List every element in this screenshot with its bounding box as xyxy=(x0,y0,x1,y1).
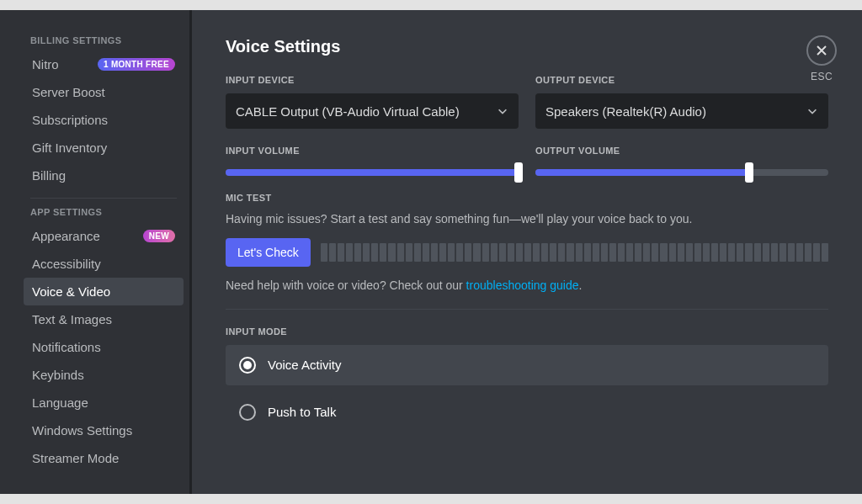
sidebar-item-streamer-mode[interactable]: Streamer Mode xyxy=(24,444,184,472)
close-label: ESC xyxy=(806,71,837,82)
slider-thumb[interactable] xyxy=(514,162,523,183)
input-device-label: INPUT DEVICE xyxy=(226,75,519,85)
input-volume-slider[interactable] xyxy=(226,169,519,176)
input-mode-label: INPUT MODE xyxy=(226,326,828,337)
mic-test-desc: Having mic issues? Start a test and say … xyxy=(226,211,828,228)
page-title: Voice Settings xyxy=(226,37,828,56)
radio-label: Push to Talk xyxy=(268,405,336,419)
close-button[interactable]: ESC xyxy=(806,35,837,82)
sidebar-item-nitro[interactable]: Nitro 1 MONTH FREE xyxy=(24,50,184,78)
sidebar-item-notifications[interactable]: Notifications xyxy=(24,333,184,361)
output-volume-slider[interactable] xyxy=(535,169,828,176)
sidebar-item-label: Nitro xyxy=(32,57,59,72)
input-volume-label: INPUT VOLUME xyxy=(226,146,519,156)
sidebar-item-billing[interactable]: Billing xyxy=(24,162,184,189)
section-divider xyxy=(226,309,828,310)
radio-icon xyxy=(239,357,256,374)
output-device-label: OUTPUT DEVICE xyxy=(535,75,828,85)
output-device-select[interactable]: Speakers (Realtek(R) Audio) xyxy=(535,93,828,129)
chevron-down-icon xyxy=(806,105,818,117)
new-badge: NEW xyxy=(143,230,175,242)
radio-icon xyxy=(239,404,256,421)
sidebar-item-voice-video[interactable]: Voice & Video xyxy=(24,278,184,305)
sidebar-item-appearance[interactable]: Appearance NEW xyxy=(24,222,184,250)
sidebar-item-subscriptions[interactable]: Subscriptions xyxy=(24,106,184,134)
lets-check-button[interactable]: Let's Check xyxy=(226,238,311,267)
slider-thumb[interactable] xyxy=(745,162,753,183)
input-device-select[interactable]: CABLE Output (VB-Audio Virtual Cable) xyxy=(226,93,519,129)
nitro-badge: 1 MONTH FREE xyxy=(98,58,175,71)
settings-sidebar: BILLING SETTINGS Nitro 1 MONTH FREE Serv… xyxy=(0,10,192,494)
troubleshooting-link[interactable]: troubleshooting guide xyxy=(466,279,579,292)
sidebar-item-language[interactable]: Language xyxy=(24,389,184,416)
input-mode-push-to-talk[interactable]: Push to Talk xyxy=(226,392,828,432)
sidebar-item-windows-settings[interactable]: Windows Settings xyxy=(24,416,184,444)
help-text: Need help with voice or video? Check out… xyxy=(226,279,828,292)
input-device-value: CABLE Output (VB-Audio Virtual Cable) xyxy=(236,104,460,119)
sidebar-item-server-boost[interactable]: Server Boost xyxy=(24,78,184,106)
radio-label: Voice Activity xyxy=(268,358,342,372)
sidebar-divider xyxy=(30,198,177,199)
mic-test-label: MIC TEST xyxy=(226,193,828,203)
mic-level-meter xyxy=(321,243,828,262)
output-volume-label: OUTPUT VOLUME xyxy=(535,146,828,156)
chevron-down-icon xyxy=(497,105,508,117)
input-mode-voice-activity[interactable]: Voice Activity xyxy=(226,345,828,385)
settings-main: ESC Voice Settings INPUT DEVICE CABLE Ou… xyxy=(192,10,862,494)
sidebar-item-text-images[interactable]: Text & Images xyxy=(24,305,184,333)
output-device-value: Speakers (Realtek(R) Audio) xyxy=(545,104,706,119)
sidebar-item-accessibility[interactable]: Accessibility xyxy=(24,250,184,278)
sidebar-category-app: APP SETTINGS xyxy=(30,207,184,217)
sidebar-item-gift-inventory[interactable]: Gift Inventory xyxy=(24,134,184,162)
sidebar-category-billing: BILLING SETTINGS xyxy=(30,35,184,45)
sidebar-item-label: Appearance xyxy=(32,229,100,243)
sidebar-item-keybinds[interactable]: Keybinds xyxy=(24,361,184,389)
close-icon xyxy=(806,35,837,66)
